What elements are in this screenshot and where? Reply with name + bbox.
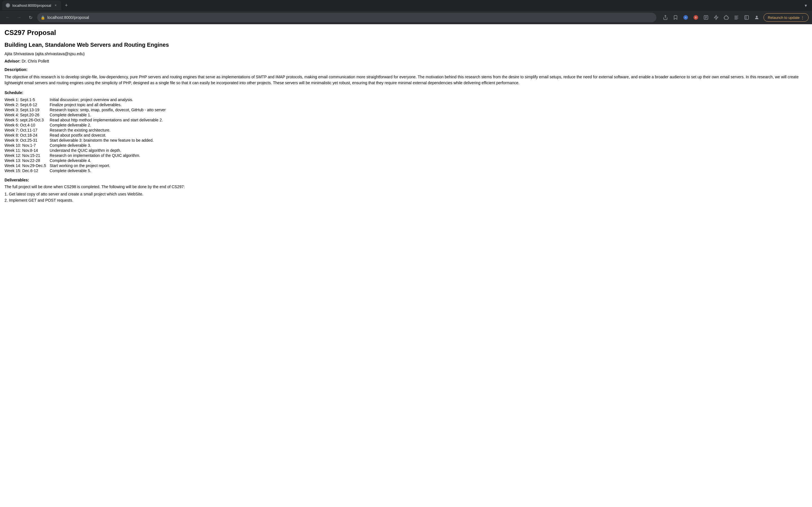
schedule-task: Read about http method implementations a… [50,117,166,122]
relaunch-more-icon: ⋮ [801,15,804,20]
schedule-week: Week 13: Nov.22-28 [4,158,50,163]
svg-text:B: B [695,16,697,19]
forward-button[interactable]: → [15,13,24,22]
share-icon[interactable] [661,13,670,22]
schedule-task: Research on implementation of the QUIC a… [50,153,166,158]
active-tab[interactable]: localhost:8000/proposal × [2,1,61,10]
table-row: Week 8: Oct.18-24Read about postfix and … [4,133,166,138]
schedule-table: Week 1: Sept.1-5Initial discussion; proj… [4,97,166,173]
author-line: Ajita Shrivastava (ajita.shrivastava@sjs… [4,52,808,56]
schedule-week: Week 5: sept.26-Oct.3 [4,117,50,122]
tab-list-button[interactable]: ▾ [802,1,810,9]
list-item: 1. Get latest copy of atto server and cr… [4,192,808,196]
schedule-week: Week 7: Oct.11-17 [4,128,50,133]
table-row: Week 4: Sept.20-26Complete deliverable 1… [4,112,166,117]
schedule-week: Week 10: Nov.1-7 [4,143,50,148]
lightning-icon[interactable] [712,13,721,22]
schedule-week: Week 2: Sept.6-12 [4,102,50,107]
schedule-task: Research topics: smtp, imap, postfix, do… [50,107,166,112]
advisor-label: Advisor: [4,59,20,63]
url-text: localhost:8000/proposal [47,15,653,20]
relaunch-button[interactable]: Relaunch to update ⋮ [763,13,809,22]
reading-list-icon[interactable] [732,13,741,22]
url-bar[interactable]: 🔒 localhost:8000/proposal [37,13,656,22]
extensions-icon[interactable] [722,13,731,22]
tab-close-button[interactable]: × [53,3,58,8]
edit-icon[interactable] [702,13,711,22]
relaunch-label: Relaunch to update [768,15,800,20]
bookmark-icon[interactable] [671,13,680,22]
deliverables-list: 1. Get latest copy of atto server and cr… [4,192,808,203]
deliverables-label: Deliverables: [4,178,808,182]
table-row: Week 11: Nov.8-14Understand the QUIC alg… [4,148,166,153]
schedule-week: Week 15: Dec.6-12 [4,168,50,173]
table-row: Week 7: Oct.11-17Research the existing a… [4,128,166,133]
schedule-week: Week 8: Oct.18-24 [4,133,50,138]
tab-bar: localhost:8000/proposal × + ▾ [0,0,812,11]
schedule-week: Week 12: Nov.15-21 [4,153,50,158]
schedule-task: Start deliverable 3: brainstorm the new … [50,138,166,143]
page-title: CS297 Proposal [4,29,808,37]
table-row: Week 3: Sept.13-19Research topics: smtp,… [4,107,166,112]
table-row: Week 15: Dec.6-12Complete deliverable 5. [4,168,166,173]
list-item: 2. Implement GET and POST requests. [4,198,808,203]
schedule-week: Week 6: Oct.4-10 [4,122,50,128]
schedule-task: Read about postfix and dovecot. [50,133,166,138]
table-row: Week 14: Nov.29-Dec.5Start working on th… [4,163,166,168]
table-row: Week 5: sept.26-Oct.3Read about http met… [4,117,166,122]
schedule-week: Week 11: Nov.8-14 [4,148,50,153]
new-tab-button[interactable]: + [62,1,70,9]
profile-icon-1[interactable]: A [681,13,690,22]
schedule-task: Complete deliverable 2. [50,122,166,128]
schedule-task: Complete deliverable 1. [50,112,166,117]
schedule-task: Complete deliverable 4. [50,158,166,163]
profile-icon-2[interactable]: B [691,13,700,22]
address-bar: ← → ↻ 🔒 localhost:8000/proposal A [0,11,812,24]
table-row: Week 6: Oct.4-10Complete deliverable 2. [4,122,166,128]
page-content: CS297 Proposal Building Lean, Standalone… [0,24,812,507]
table-row: Week 12: Nov.15-21Research on implementa… [4,153,166,158]
page-subtitle: Building Lean, Standalone Web Servers an… [4,42,808,48]
schedule-week: Week 1: Sept.1-5 [4,97,50,102]
svg-text:A: A [685,16,687,19]
schedule-label: Schedule: [4,91,808,95]
table-row: Week 13: Nov.22-28Complete deliverable 4… [4,158,166,163]
description-label: Description: [4,67,808,72]
table-row: Week 2: Sept.6-12Finalize project topic … [4,102,166,107]
tab-favicon [6,3,10,8]
schedule-week: Week 3: Sept.13-19 [4,107,50,112]
profile-avatar-icon[interactable] [752,13,761,22]
schedule-task: Start working on the project report. [50,163,166,168]
description-text: The objective of this research is to dev… [4,74,808,86]
tab-title: localhost:8000/proposal [12,3,51,8]
advisor-line: Advisor: Dr. Chris Pollett [4,59,808,63]
schedule-section: Week 1: Sept.1-5Initial discussion; proj… [4,97,808,173]
advisor-name: Dr. Chris Pollett [22,59,49,63]
table-row: Week 9: Oct.25-31Start deliverable 3: br… [4,138,166,143]
schedule-task: Complete deliverable 5. [50,168,166,173]
schedule-task: Research the existing architecture. [50,128,166,133]
schedule-task: Finalize project topic and all deliverab… [50,102,166,107]
schedule-task: Understand the QUIC algorithm in depth. [50,148,166,153]
deliverables-intro: The full project will be done when CS298… [4,184,808,189]
back-button[interactable]: ← [3,13,12,22]
reload-button[interactable]: ↻ [26,13,35,22]
schedule-task: Complete deliverable 3. [50,143,166,148]
schedule-week: Week 4: Sept.20-26 [4,112,50,117]
sidebar-icon[interactable] [742,13,751,22]
schedule-task: Initial discussion; project overview and… [50,97,166,102]
svg-point-7 [756,16,758,17]
browser-chrome: localhost:8000/proposal × + ▾ ← → ↻ 🔒 lo… [0,0,812,24]
schedule-week: Week 14: Nov.29-Dec.5 [4,163,50,168]
table-row: Week 10: Nov.1-7Complete deliverable 3. [4,143,166,148]
table-row: Week 1: Sept.1-5Initial discussion; proj… [4,97,166,102]
url-lock-icon: 🔒 [41,15,45,20]
schedule-week: Week 9: Oct.25-31 [4,138,50,143]
svg-rect-6 [745,15,749,19]
toolbar-icons: A B [661,13,761,22]
